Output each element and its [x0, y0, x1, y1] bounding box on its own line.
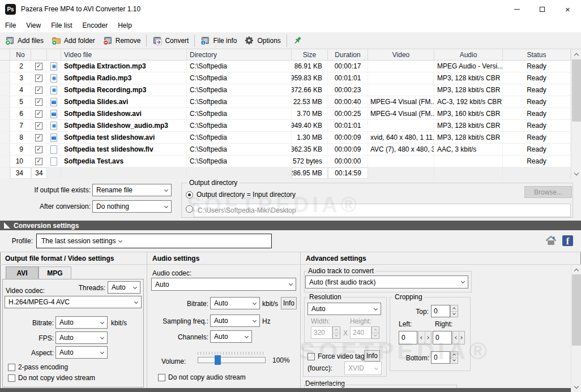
crop-left-arrows[interactable] [418, 331, 432, 344]
scroll-down-arrow[interactable] [571, 169, 581, 179]
force-tag-info-button[interactable]: Info [364, 350, 380, 361]
file-info-button[interactable]: File info [196, 33, 241, 48]
table-row[interactable]: 9 Softpedia test slideshow.flv C:\Softpe… [0, 144, 571, 156]
table-row[interactable]: 2 Softpedia Extraction.mp3 C:\Softpedia … [0, 61, 571, 72]
threads-select[interactable]: Auto [108, 281, 140, 294]
channels-select[interactable]: Auto [210, 330, 252, 343]
row-checkbox[interactable] [35, 98, 42, 106]
crop-top-field[interactable]: 0 [431, 305, 450, 317]
width-field[interactable]: 320 [311, 326, 332, 339]
profile-select[interactable]: The last session settings [36, 234, 272, 248]
row-checkbox[interactable] [35, 146, 42, 153]
checkbox-icon[interactable] [8, 374, 15, 382]
volume-slider-thumb[interactable] [215, 355, 221, 365]
header-checkbox[interactable] [31, 49, 47, 61]
settings-scrollbar[interactable] [571, 265, 581, 392]
add-files-button[interactable]: Add files [1, 33, 48, 48]
checkbox-icon[interactable] [158, 374, 165, 381]
crop-bottom-spinner[interactable] [450, 351, 458, 364]
checkbox-icon[interactable] [8, 364, 15, 371]
output-path-field[interactable]: C:\Users\Softpedia-Miki\Desktop [194, 204, 571, 217]
table-row[interactable]: 10 Softpedia Test.avs C:\Softpedia 572 b… [0, 156, 571, 167]
checkbox-icon[interactable] [307, 353, 315, 360]
sampling-select[interactable]: Auto [210, 315, 260, 327]
video-bitrate-select[interactable]: Auto [55, 316, 108, 329]
menu-view[interactable]: View [21, 18, 46, 32]
table-row[interactable]: 7 Softpedia Slideshow_audio.mp3 C:\Softp… [0, 120, 571, 132]
header-status[interactable]: Status [503, 49, 571, 61]
menu-file[interactable]: File [0, 18, 21, 32]
facebook-icon[interactable] [562, 235, 573, 246]
radio-unselected-icon[interactable] [186, 205, 193, 213]
table-row[interactable]: 4 Softpedia Recording.mp3 C:\Softpedia 3… [0, 84, 571, 96]
crop-left-field[interactable]: 0 [399, 331, 417, 344]
menu-help[interactable]: Help [113, 18, 137, 32]
maximize-button[interactable] [529, 1, 555, 18]
table-row[interactable]: 8 Softpedia test slideshow.avi C:\Softpe… [0, 132, 571, 144]
row-checkbox[interactable] [35, 63, 42, 70]
row-checkbox[interactable] [35, 122, 42, 130]
radio-selected-icon[interactable] [186, 191, 193, 199]
scrollbar-thumb[interactable] [572, 274, 581, 346]
scroll-up-arrow[interactable] [571, 49, 581, 59]
row-checkbox[interactable] [35, 134, 42, 141]
menu-file-list[interactable]: File list [46, 18, 77, 32]
tab-avi[interactable]: AVI [6, 266, 39, 279]
header-icon[interactable] [47, 49, 61, 61]
audio-bitrate-info-button[interactable]: Info [281, 297, 297, 309]
radio-same-directory[interactable]: Output directory = Input directory [186, 191, 296, 199]
scroll-down-arrow[interactable] [571, 382, 581, 392]
convert-button[interactable]: Convert [148, 33, 193, 48]
aspect-select[interactable]: Auto [55, 346, 108, 359]
row-checkbox[interactable] [35, 87, 42, 94]
tab-mpg[interactable]: MPG [39, 266, 71, 279]
audio-codec-select[interactable]: Auto [151, 278, 296, 291]
fourcc-select[interactable]: XVID [344, 361, 382, 375]
conversion-settings-header[interactable]: Conversion settings [0, 221, 581, 230]
crop-right-field[interactable]: 0 [433, 331, 452, 344]
resolution-select[interactable]: Auto [307, 303, 381, 315]
width-spinner[interactable] [332, 326, 340, 339]
pin-button[interactable] [289, 33, 306, 48]
audio-bitrate-select[interactable]: Auto [210, 297, 260, 309]
force-tag-checkbox[interactable]: Force video tag [307, 352, 365, 360]
options-button[interactable]: Options [241, 33, 284, 48]
height-spinner[interactable] [371, 326, 379, 339]
row-checkbox[interactable] [35, 158, 42, 165]
header-directory[interactable]: Directory [187, 49, 292, 61]
add-folder-button[interactable]: Add folder [48, 33, 99, 48]
two-pass-checkbox[interactable]: 2-pass encoding [8, 363, 68, 371]
header-video[interactable]: Video [368, 49, 434, 61]
table-scrollbar[interactable] [571, 49, 581, 179]
remove-button[interactable]: Remove [99, 33, 145, 48]
no-copy-audio-checkbox[interactable]: Do not copy audio stream [158, 373, 246, 381]
table-row[interactable]: 6 Softpedia Slideshow.avi C:\Softpedia 3… [0, 108, 571, 120]
fps-select[interactable]: Auto [55, 331, 108, 344]
row-checkbox[interactable] [35, 110, 42, 118]
table-row[interactable]: 5 Softpedia Slides.avi C:\Softpedia 22.5… [0, 96, 571, 108]
crop-right-arrows[interactable] [452, 331, 465, 344]
crop-bottom-field[interactable]: 0 [431, 351, 450, 364]
radio-custom-directory[interactable] [186, 205, 193, 213]
header-size[interactable]: Size [292, 49, 328, 61]
scrollbar-thumb[interactable] [572, 59, 581, 122]
table-row[interactable]: 3 Softpedia Radio.mp3 C:\Softpedia 959.8… [0, 72, 571, 84]
browse-button[interactable]: Browse... [524, 186, 572, 198]
if-exists-select[interactable]: Rename file [92, 184, 172, 196]
header-duration[interactable]: Duration [328, 49, 368, 61]
minimize-button[interactable] [504, 1, 529, 18]
crop-top-spinner[interactable] [450, 305, 458, 317]
scroll-up-arrow[interactable] [571, 265, 581, 274]
close-button[interactable]: × [555, 1, 580, 18]
header-video-file[interactable]: Video file [61, 49, 187, 61]
header-audio[interactable]: Audio [434, 49, 503, 61]
header-no[interactable]: No [10, 49, 31, 61]
volume-slider[interactable] [198, 357, 266, 363]
home-icon[interactable] [545, 235, 557, 245]
height-field[interactable]: 240 [350, 326, 371, 339]
menu-encoder[interactable]: Encoder [77, 18, 113, 32]
row-checkbox[interactable] [35, 75, 42, 82]
no-copy-video-checkbox[interactable]: Do not copy video stream [8, 374, 95, 382]
after-conversion-select[interactable]: Do nothing [92, 200, 172, 213]
audio-track-select[interactable]: Auto (first audio track) [305, 275, 468, 288]
